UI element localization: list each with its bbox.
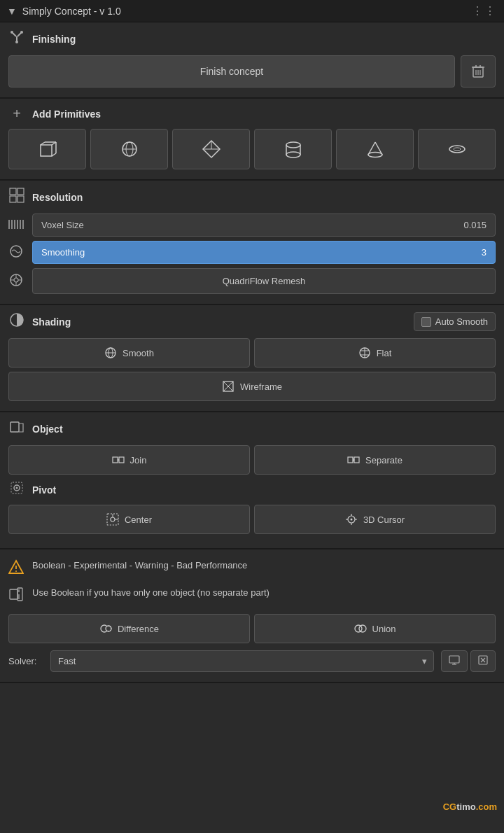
- auto-smooth-checkbox[interactable]: [421, 317, 431, 327]
- svg-rect-39: [10, 196, 16, 202]
- smooth-button[interactable]: Smooth: [8, 338, 250, 368]
- join-label: Join: [130, 455, 147, 465]
- difference-button[interactable]: Difference: [8, 614, 250, 643]
- shading-header: Shading Auto Smooth: [8, 312, 496, 331]
- join-button[interactable]: Join: [8, 445, 250, 475]
- watermark-timo: timo: [456, 802, 475, 812]
- flat-label: Flat: [377, 348, 392, 358]
- wireframe-button[interactable]: Wireframe: [8, 372, 496, 401]
- auto-smooth-toggle[interactable]: Auto Smooth: [414, 312, 496, 331]
- smoothing-value[interactable]: 3: [482, 247, 486, 258]
- smooth-label: Smooth: [122, 348, 154, 358]
- torus-primitive-button[interactable]: [418, 129, 496, 169]
- bool-info-text: Use Boolean if you have only one object …: [32, 587, 270, 599]
- svg-point-3: [10, 31, 13, 34]
- wireframe-label: Wireframe: [240, 382, 282, 392]
- svg-rect-92: [18, 588, 22, 601]
- svg-rect-89: [10, 589, 18, 599]
- solver-select[interactable]: Fast Exact: [50, 650, 434, 672]
- svg-point-85: [350, 519, 352, 521]
- finishing-header: Finishing: [8, 29, 496, 48]
- center-label: Center: [125, 514, 152, 525]
- svg-point-77: [111, 517, 115, 522]
- svg-point-96: [359, 625, 366, 632]
- svg-rect-65: [10, 422, 19, 432]
- svg-line-23: [203, 141, 211, 149]
- cone-primitive-button[interactable]: [336, 129, 414, 169]
- primitives-grid: [8, 129, 496, 169]
- pivot-icon: [8, 480, 25, 499]
- plus-icon: +: [8, 106, 25, 122]
- smoothing-label: Smoothing: [41, 247, 85, 258]
- svg-point-36: [454, 148, 461, 150]
- resolution-header: Resolution: [8, 188, 496, 206]
- union-button[interactable]: Union: [254, 614, 496, 643]
- center-cursor-row: Center 3D Cursor: [8, 505, 496, 534]
- separate-button[interactable]: Separate: [254, 445, 496, 475]
- shading-section: Shading Auto Smooth Smooth Flat: [0, 305, 504, 412]
- finishing-section: Finishing Finish concept: [0, 22, 504, 99]
- object-icon: [8, 419, 25, 438]
- solver-row: Solver: Fast Exact: [8, 650, 496, 672]
- app-title: Simply Concept - v 1.0: [22, 6, 121, 17]
- svg-point-74: [16, 487, 18, 489]
- cube-primitive-button[interactable]: [8, 129, 86, 169]
- chevron-icon[interactable]: ▼: [7, 6, 17, 17]
- svg-rect-97: [449, 656, 459, 663]
- voxel-size-label: Voxel Size: [41, 220, 84, 230]
- solver-label: Solver:: [8, 656, 43, 666]
- separate-label: Separate: [365, 455, 402, 465]
- object-title: Object: [32, 424, 63, 435]
- flat-button[interactable]: Flat: [254, 338, 496, 368]
- svg-rect-66: [113, 457, 118, 463]
- solver-select-wrap[interactable]: Fast Exact: [50, 650, 434, 672]
- shading-buttons: Smooth Flat: [8, 338, 496, 368]
- svg-rect-67: [119, 457, 124, 463]
- 3d-cursor-button[interactable]: 3D Cursor: [254, 505, 496, 534]
- primitives-header: + Add Primitives: [8, 106, 496, 122]
- shading-left: Shading: [8, 312, 71, 331]
- resolution-title: Resolution: [32, 192, 83, 203]
- watermark-cg: CG: [443, 802, 457, 812]
- auto-smooth-label: Auto Smooth: [435, 316, 488, 327]
- finish-concept-button[interactable]: Finish concept: [8, 55, 455, 88]
- voxel-size-value[interactable]: 0.015: [463, 220, 486, 230]
- svg-point-28: [286, 142, 300, 148]
- sphere-primitive-button[interactable]: [90, 129, 168, 169]
- add-primitives-section: + Add Primitives: [0, 99, 504, 181]
- trash-button[interactable]: [461, 55, 496, 88]
- quadriflow-button[interactable]: QuadriFlow Remesh: [32, 268, 496, 294]
- close-icon-button[interactable]: [470, 650, 496, 672]
- solver-buttons: [441, 650, 496, 672]
- svg-point-5: [15, 41, 18, 43]
- svg-line-16: [52, 153, 56, 156]
- 3d-cursor-label: 3D Cursor: [363, 514, 405, 525]
- boolean-section: Boolean - Experimental - Warning - Bad P…: [0, 550, 504, 683]
- svg-point-49: [14, 278, 18, 282]
- bool-info-icon: [8, 587, 25, 606]
- svg-point-95: [355, 625, 362, 632]
- svg-rect-40: [18, 196, 24, 202]
- object-section: Object Join Separate: [0, 412, 504, 550]
- center-button[interactable]: Center: [8, 505, 250, 534]
- finishing-icon: [8, 29, 25, 48]
- difference-label: Difference: [118, 624, 159, 634]
- cylinder-primitive-button[interactable]: [254, 129, 332, 169]
- resolution-icon: [8, 188, 25, 206]
- svg-rect-69: [348, 457, 353, 463]
- watermark: CGtimo.com: [443, 802, 497, 812]
- monitor-icon-button[interactable]: [441, 650, 468, 672]
- svg-line-24: [211, 141, 220, 149]
- menu-dots-icon[interactable]: ⋮⋮: [472, 4, 497, 18]
- svg-rect-37: [10, 188, 16, 195]
- diamond-primitive-button[interactable]: [172, 129, 250, 169]
- title-bar: ▼ Simply Concept - v 1.0 ⋮⋮: [0, 0, 504, 22]
- svg-point-4: [20, 31, 23, 34]
- pivot-header: Pivot: [8, 480, 496, 499]
- watermark-com: .com: [476, 802, 497, 812]
- svg-rect-13: [41, 145, 52, 156]
- warning-icon: [8, 559, 25, 578]
- bool-buttons: Difference Union: [8, 614, 496, 643]
- smoothing-icon: [8, 244, 25, 261]
- bool-info: Use Boolean if you have only one object …: [8, 587, 496, 606]
